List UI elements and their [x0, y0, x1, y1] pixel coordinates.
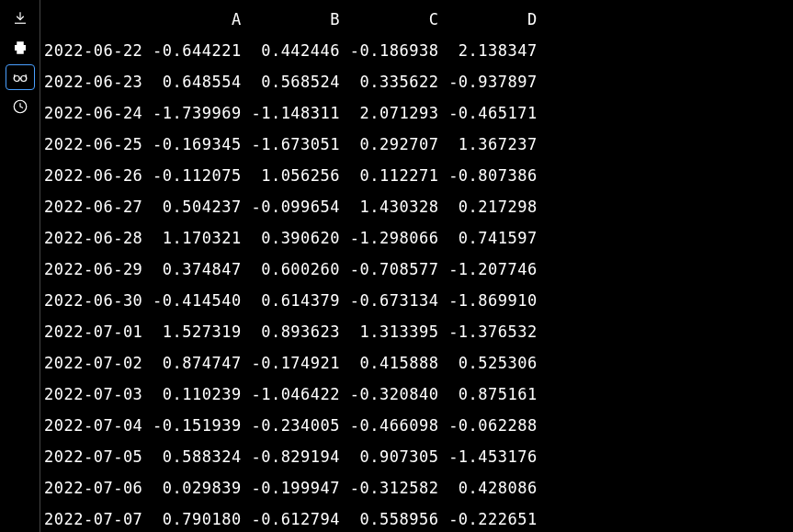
output-panel: A B C D 2022-06-22 -0.644221 0.442446 -0… [40, 0, 793, 532]
history-icon [12, 98, 28, 115]
print-button[interactable] [6, 35, 35, 61]
download-icon [12, 10, 28, 27]
sidebar [0, 0, 40, 532]
history-button[interactable] [6, 94, 35, 119]
glasses-icon [12, 69, 28, 85]
reader-view-button[interactable] [6, 64, 35, 90]
print-icon [12, 40, 28, 56]
download-button[interactable] [6, 6, 35, 31]
app-root: A B C D 2022-06-22 -0.644221 0.442446 -0… [0, 0, 793, 532]
dataframe-output: A B C D 2022-06-22 -0.644221 0.442446 -0… [44, 4, 787, 532]
